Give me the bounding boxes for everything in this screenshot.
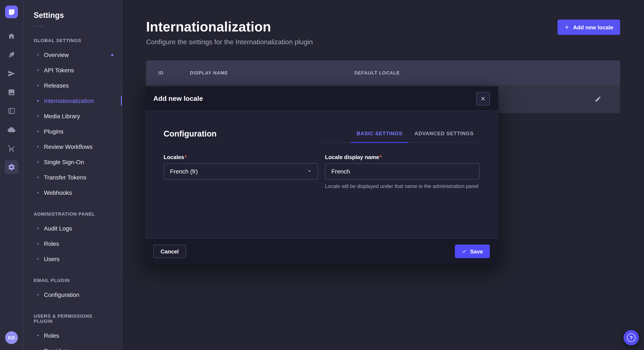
close-icon[interactable] bbox=[476, 92, 490, 105]
locale-form: Locales* French (fr) Locale display name… bbox=[164, 154, 480, 190]
save-button[interactable]: Save bbox=[455, 245, 490, 258]
cancel-button[interactable]: Cancel bbox=[153, 245, 186, 258]
display-name-hint: Locale will be displayed under that name… bbox=[325, 183, 480, 190]
add-locale-modal: Add new locale Configuration BASIC SETTI… bbox=[145, 86, 498, 264]
modal-title: Add new locale bbox=[153, 95, 203, 102]
tab-basic-settings[interactable]: BASIC SETTINGS bbox=[351, 127, 408, 143]
check-icon bbox=[462, 249, 466, 254]
app-window: KD Settings GLOBAL SETTINGS Overview API… bbox=[0, 0, 644, 350]
display-name-field-label: Locale display name bbox=[325, 154, 379, 160]
modal-footer: Cancel Save bbox=[145, 238, 498, 264]
tab-advanced-settings[interactable]: ADVANCED SETTINGS bbox=[408, 127, 480, 143]
modal-header: Add new locale bbox=[145, 86, 498, 111]
configuration-heading: Configuration bbox=[164, 129, 216, 139]
display-name-input[interactable] bbox=[325, 163, 480, 179]
locales-select[interactable]: French (fr) bbox=[164, 163, 318, 179]
chevron-down-icon bbox=[307, 168, 312, 175]
required-asterisk: * bbox=[185, 154, 187, 160]
modal-tabs: BASIC SETTINGS ADVANCED SETTINGS bbox=[320, 127, 480, 143]
locales-field-group: Locales* French (fr) bbox=[164, 154, 318, 190]
help-button[interactable]: ? bbox=[624, 330, 639, 345]
required-asterisk: * bbox=[380, 154, 382, 160]
locales-field-label: Locales bbox=[164, 154, 184, 160]
display-name-field-group: Locale display name* Locale will be disp… bbox=[325, 154, 480, 190]
locales-select-value: French (fr) bbox=[170, 168, 198, 175]
modal-body: Configuration BASIC SETTINGS ADVANCED SE… bbox=[145, 111, 498, 238]
question-icon: ? bbox=[627, 334, 636, 342]
